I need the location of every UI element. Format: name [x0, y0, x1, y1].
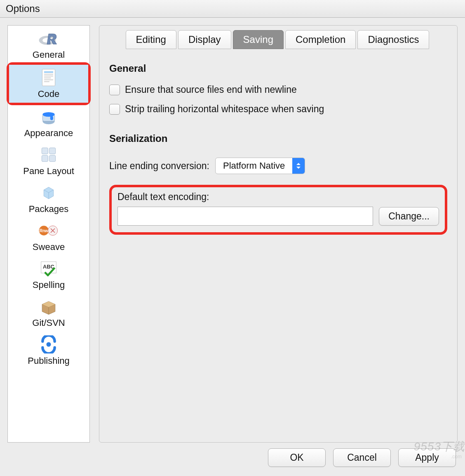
svg-rect-12 [42, 148, 48, 154]
sidebar-item-code[interactable]: Code [9, 65, 88, 103]
select-arrows-icon [292, 158, 305, 174]
tab-diagnostics[interactable]: Diagnostics [357, 30, 429, 49]
settings-panel: Editing Display Saving Completion Diagno… [99, 25, 458, 443]
svg-rect-15 [49, 156, 56, 162]
svg-point-11 [42, 112, 54, 117]
tab-completion[interactable]: Completion [285, 30, 356, 49]
sidebar-item-git-svn[interactable]: Git/SVN [8, 294, 89, 332]
change-encoding-button[interactable]: Change... [379, 207, 439, 226]
checkbox-row-newline[interactable]: Ensure that source files end with newlin… [109, 84, 447, 95]
dialog-footer: OK Cancel Apply [0, 443, 465, 476]
select-value: Platform Native [216, 160, 292, 171]
r-logo-icon [38, 28, 59, 49]
sidebar-item-label: Appearance [24, 128, 73, 139]
sidebar-item-packages[interactable]: Packages [8, 180, 89, 218]
checkbox-label: Ensure that source files end with newlin… [125, 84, 297, 95]
grid-panes-icon [38, 144, 59, 165]
svg-rect-5 [44, 75, 53, 76]
line-ending-row: Line ending conversion: Platform Native [109, 158, 447, 174]
checkbox-icon[interactable] [109, 85, 120, 95]
default-encoding-highlight: Default text encoding: Change... [109, 185, 447, 235]
sidebar-item-label: Publishing [28, 356, 70, 366]
sidebar-item-code-highlight: Code [7, 62, 91, 105]
publish-icon [38, 334, 59, 355]
sidebar-item-label: Pane Layout [23, 166, 74, 177]
sidebar-item-publishing[interactable]: Publishing [8, 332, 89, 370]
section-heading-serialization: Serialization [109, 133, 447, 144]
svg-rect-7 [44, 80, 53, 80]
window-titlebar: Options [0, 0, 465, 18]
box-icon [38, 296, 59, 317]
sidebar-item-label: Packages [29, 204, 69, 214]
apply-button[interactable]: Apply [398, 448, 456, 467]
svg-rect-3 [44, 71, 53, 73]
cancel-button[interactable]: Cancel [333, 448, 391, 467]
svg-rect-13 [49, 148, 56, 154]
sidebar-item-general[interactable]: General [8, 26, 89, 64]
tab-editing[interactable]: Editing [126, 30, 176, 49]
svg-rect-4 [44, 74, 53, 75]
options-window: Options General [0, 0, 465, 476]
sidebar-item-label: General [33, 49, 65, 60]
tabs-row: Editing Display Saving Completion Diagno… [109, 30, 447, 49]
sidebar-item-label: Spelling [33, 280, 65, 290]
checkbox-label: Strip trailing horizontal whitespace whe… [125, 104, 324, 115]
svg-point-21 [47, 342, 51, 347]
encoding-label: Default text encoding: [117, 191, 439, 203]
encoding-row: Change... [117, 207, 439, 226]
tab-display[interactable]: Display [178, 30, 231, 49]
tab-saving[interactable]: Saving [233, 30, 284, 49]
sweave-icon: Rnw [38, 220, 59, 241]
section-heading-general: General [109, 63, 447, 74]
svg-text:Rnw: Rnw [40, 229, 48, 233]
encoding-input[interactable] [117, 207, 373, 226]
package-cube-icon [38, 182, 59, 203]
svg-rect-6 [44, 78, 51, 78]
sidebar-item-appearance[interactable]: Appearance [8, 104, 89, 142]
svg-rect-14 [42, 156, 48, 162]
paint-bucket-icon [38, 106, 59, 127]
ok-button[interactable]: OK [268, 448, 326, 467]
checkbox-icon[interactable] [109, 104, 120, 115]
svg-rect-8 [44, 81, 49, 82]
sidebar-item-pane-layout[interactable]: Pane Layout [8, 142, 89, 180]
document-icon [38, 67, 59, 88]
window-title: Options [6, 3, 40, 14]
sidebar-item-label: Sweave [33, 242, 65, 252]
checkbox-row-strip-whitespace[interactable]: Strip trailing horizontal whitespace whe… [109, 104, 447, 115]
sidebar-item-spelling[interactable]: ABC Spelling [8, 256, 89, 294]
sidebar-item-label: Code [38, 89, 60, 99]
category-sidebar: General Code [7, 25, 90, 443]
spellcheck-icon: ABC [38, 258, 59, 279]
sidebar-item-label: Git/SVN [32, 318, 65, 328]
line-ending-label: Line ending conversion: [109, 160, 209, 172]
line-ending-select[interactable]: Platform Native [215, 158, 305, 174]
window-body: General Code [0, 18, 465, 443]
sidebar-item-sweave[interactable]: Rnw Sweave [8, 218, 89, 256]
